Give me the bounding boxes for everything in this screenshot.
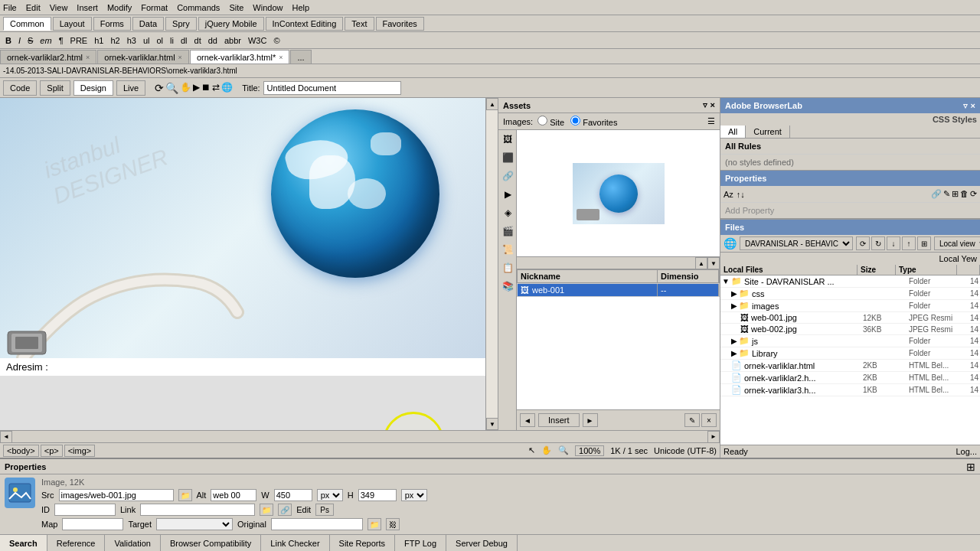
btn-ol[interactable]: ol bbox=[155, 36, 166, 45]
file-tree-item[interactable]: ▶ 📁 Library Folder 14 bbox=[720, 347, 980, 360]
assets-scripts-icon[interactable]: 📜 bbox=[498, 240, 517, 259]
assets-library-icon[interactable]: 📚 bbox=[498, 277, 517, 295]
files-refresh-btn[interactable]: ↻ bbox=[871, 236, 885, 250]
btn-strike[interactable]: S bbox=[25, 36, 35, 45]
menu-site[interactable]: Site bbox=[229, 3, 243, 12]
doc-tab-3[interactable]: ornek-varliklar3.html* × bbox=[190, 50, 290, 64]
file-tree-item[interactable]: 📄 ornek-varliklar.html 2KB HTML Bel... 1… bbox=[720, 360, 980, 372]
css-tab-current[interactable]: Current bbox=[746, 126, 790, 138]
btn-code[interactable]: Code bbox=[3, 80, 37, 96]
file-tree-item[interactable]: ▶ 📁 css Folder 14 bbox=[720, 288, 980, 300]
btn-h3[interactable]: h3 bbox=[125, 36, 139, 45]
assets-nav-next[interactable]: ► bbox=[583, 413, 598, 427]
file-tree-item[interactable]: ▶ 📁 js Folder 14 bbox=[720, 335, 980, 347]
tab-forms[interactable]: Forms bbox=[93, 17, 131, 31]
menu-file[interactable]: File bbox=[3, 3, 17, 12]
sync-icon[interactable]: ⇄ bbox=[212, 82, 220, 94]
stop-icon[interactable]: ⏹ bbox=[201, 82, 211, 94]
status-tag-img[interactable]: <img> bbox=[64, 445, 96, 457]
prop-refresh-icon[interactable]: ⟳ bbox=[970, 189, 977, 199]
add-property-btn[interactable]: Add Property bbox=[720, 203, 980, 218]
radio-favorites[interactable] bbox=[570, 116, 580, 126]
assets-templates-icon[interactable]: 📋 bbox=[498, 259, 517, 277]
src-input[interactable] bbox=[59, 489, 174, 501]
browser-icon[interactable]: 🌐 bbox=[221, 82, 233, 94]
expand-icon[interactable]: ▼ bbox=[722, 277, 730, 285]
btn-pre[interactable]: PRE bbox=[68, 36, 90, 45]
files-view-dropdown[interactable]: Local view bbox=[934, 236, 980, 250]
scroll-right-btn[interactable]: ► bbox=[707, 431, 720, 443]
expand-icon[interactable]: ▶ bbox=[731, 337, 737, 345]
assets-scroll-up[interactable]: ▲ bbox=[695, 257, 707, 269]
assets-colors-icon[interactable]: ⬛ bbox=[498, 148, 517, 167]
w-input[interactable] bbox=[274, 489, 312, 501]
src-browse-btn[interactable]: 📁 bbox=[178, 489, 192, 501]
cursor-tool-icon[interactable]: ↖ bbox=[528, 445, 535, 455]
link-browse-btn[interactable]: 📁 bbox=[260, 504, 273, 516]
file-tree-item[interactable]: ▼ 📁 Site - DAVRANISLAR ... Folder 14 bbox=[720, 276, 980, 288]
bottom-tab-sitereports[interactable]: Site Reports bbox=[330, 535, 396, 552]
refresh-icon[interactable]: ⟳ bbox=[155, 82, 164, 94]
css-close-btn[interactable]: × bbox=[971, 101, 975, 111]
tab-common[interactable]: Common bbox=[3, 17, 51, 31]
prop-copy-icon[interactable]: ⊞ bbox=[952, 189, 959, 199]
scroll-left-btn[interactable]: ◄ bbox=[0, 431, 12, 443]
map-input[interactable] bbox=[62, 518, 123, 530]
original-input[interactable] bbox=[271, 518, 363, 530]
files-connect-btn[interactable]: ⟳ bbox=[856, 236, 870, 250]
btn-copy[interactable]: © bbox=[271, 36, 282, 45]
btn-design[interactable]: Design bbox=[74, 80, 113, 96]
btn-dd[interactable]: dd bbox=[206, 36, 220, 45]
assets-flash-icon[interactable]: ▶ bbox=[498, 185, 517, 204]
btn-abbr[interactable]: abbr bbox=[222, 36, 243, 45]
assets-images-icon[interactable]: 🖼 bbox=[498, 130, 517, 148]
tab-data[interactable]: Data bbox=[132, 17, 164, 31]
menu-window[interactable]: Window bbox=[253, 3, 283, 12]
sort-icon[interactable]: ↑↓ bbox=[737, 190, 745, 199]
scroll-down-btn[interactable]: ▼ bbox=[486, 418, 498, 430]
tab-layout[interactable]: Layout bbox=[53, 17, 92, 31]
bottom-tab-validation[interactable]: Validation bbox=[105, 535, 161, 552]
status-tag-p[interactable]: <p> bbox=[41, 445, 63, 457]
assets-close-btn[interactable]: × bbox=[710, 100, 715, 110]
assets-movies-icon[interactable]: 🎬 bbox=[498, 222, 517, 240]
btn-h2[interactable]: h2 bbox=[108, 36, 122, 45]
doc-tab-1[interactable]: ornek-varliklar2.html × bbox=[0, 50, 96, 64]
radio-site[interactable] bbox=[537, 116, 547, 126]
original-browse-btn[interactable]: 📁 bbox=[368, 518, 381, 530]
zoom-tool-icon[interactable]: 🔍 bbox=[558, 445, 569, 455]
file-tree-item[interactable]: ▶ 📁 images Folder 14 bbox=[720, 300, 980, 312]
assets-shockwave-icon[interactable]: ◈ bbox=[498, 204, 517, 222]
prop-delete-icon[interactable]: 🗑 bbox=[960, 189, 969, 199]
btn-live[interactable]: Live bbox=[116, 80, 145, 96]
radio-favorites-label[interactable]: Favorites bbox=[570, 116, 617, 127]
assets-row-0[interactable]: 🖼 web-001 -- bbox=[517, 283, 720, 297]
assets-scroll-down[interactable]: ▼ bbox=[707, 257, 720, 269]
w-unit-select[interactable]: px bbox=[317, 489, 343, 501]
btn-ul[interactable]: ul bbox=[141, 36, 152, 45]
btn-w3c[interactable]: W3C bbox=[246, 36, 269, 45]
file-tree-item[interactable]: 🖼 web-001.jpg 12KB JPEG Resmi 14 bbox=[720, 312, 980, 324]
assets-nav-prev[interactable]: ◄ bbox=[520, 413, 535, 427]
assets-insert-btn[interactable]: Insert bbox=[538, 413, 580, 427]
assets-collapse-btn[interactable]: ▿ bbox=[703, 100, 707, 110]
css-collapse-btn[interactable]: ▿ bbox=[963, 101, 968, 111]
link-chain-btn[interactable]: 🔗 bbox=[278, 504, 292, 516]
canvas-image-area[interactable]: istanbulDESIGNER bbox=[0, 98, 485, 358]
expand-icon[interactable]: ▶ bbox=[731, 349, 737, 357]
menu-format[interactable]: Format bbox=[141, 3, 168, 12]
btn-li[interactable]: li bbox=[168, 36, 176, 45]
doc-tab-3-close[interactable]: × bbox=[279, 54, 283, 61]
play-icon[interactable]: ▶ bbox=[193, 82, 200, 94]
menu-commands[interactable]: Commands bbox=[177, 3, 220, 12]
scroll-up-btn[interactable]: ▲ bbox=[486, 98, 498, 110]
btn-dt[interactable]: dt bbox=[192, 36, 204, 45]
bottom-tab-reference[interactable]: Reference bbox=[47, 535, 106, 552]
files-get-btn[interactable]: ↓ bbox=[887, 236, 900, 250]
h-unit-select[interactable]: px bbox=[401, 489, 427, 501]
file-tree-item[interactable]: 📄 ornek-varliklar3.h... 1KB HTML Bel... … bbox=[720, 384, 980, 396]
menu-help[interactable]: Help bbox=[292, 3, 309, 12]
btn-h1[interactable]: h1 bbox=[92, 36, 106, 45]
radio-site-label[interactable]: Site bbox=[537, 116, 564, 127]
bottom-tab-linkchecker[interactable]: Link Checker bbox=[261, 535, 329, 552]
